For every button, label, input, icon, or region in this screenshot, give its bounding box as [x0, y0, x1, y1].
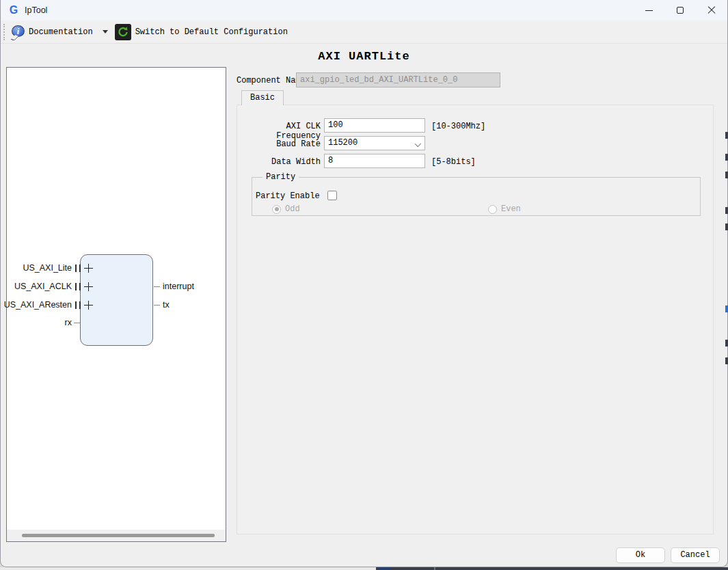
- close-button[interactable]: [696, 0, 727, 21]
- port-pin-icon: [154, 305, 160, 306]
- app-logo-icon: G: [8, 5, 19, 16]
- edge-artifact: [725, 340, 728, 347]
- switch-default-config-button[interactable]: [115, 24, 131, 40]
- toolbar-grip[interactable]: [3, 24, 6, 40]
- port-pin-icon: [74, 264, 81, 272]
- axi-clk-frequency-label: AXI CLK Frequency: [237, 122, 321, 141]
- port-label-us-axi-lite: US_AXI_Lite: [23, 263, 72, 273]
- taskbar-strip: [376, 567, 728, 570]
- desktop-sliver: [0, 567, 728, 570]
- app-window: G IpTool i Documentation Switch to Defau…: [0, 0, 728, 567]
- close-icon: [707, 6, 716, 14]
- port-label-us-axi-aresten: US_AXI_AResten: [4, 300, 72, 310]
- edge-artifact: [725, 172, 728, 178]
- refresh-icon: [117, 26, 129, 38]
- titlebar: G IpTool: [1, 0, 727, 21]
- maximize-icon: [677, 7, 684, 14]
- expand-port-icon[interactable]: [84, 264, 93, 273]
- port-label-interrupt: interrupt: [163, 282, 194, 291]
- minimize-button[interactable]: [633, 0, 664, 21]
- baud-rate-value: 115200: [328, 138, 358, 148]
- block-diagram-panel: US_AXI_Lite US_AXI_ACLK US_AXI_AResten r…: [6, 67, 226, 542]
- toolbar: i Documentation Switch to Default Config…: [1, 21, 727, 44]
- data-width-label: Data Width: [237, 157, 321, 167]
- parity-odd-label: Odd: [285, 204, 300, 214]
- window-controls: [633, 0, 727, 21]
- component-name-label: Component Name: [237, 76, 306, 85]
- port-pin-icon: [74, 283, 81, 290]
- edge-artifact: [725, 223, 728, 230]
- edge-artifact: [725, 132, 728, 139]
- ok-button[interactable]: Ok: [616, 547, 665, 563]
- maximize-button[interactable]: [664, 0, 696, 21]
- port-label-rx: rx: [65, 318, 72, 327]
- diagram-hscrollbar[interactable]: [7, 530, 226, 541]
- parity-even-option[interactable]: Even: [488, 204, 521, 214]
- data-width-input[interactable]: 8: [324, 154, 425, 168]
- port-pin-icon: [74, 323, 80, 323]
- documentation-info-icon[interactable]: i: [12, 25, 25, 38]
- documentation-dropdown-icon[interactable]: [103, 30, 108, 33]
- expand-port-icon[interactable]: [84, 301, 93, 310]
- parity-odd-option[interactable]: Odd: [272, 204, 300, 214]
- taskbar-accent: [378, 567, 391, 570]
- parity-enable-label: Parity Enable: [256, 191, 320, 201]
- port-pin-icon: [74, 301, 81, 309]
- page-title: AXI UARTLite: [1, 50, 727, 63]
- taskbar-separator: [434, 567, 435, 570]
- data-width-hint: [5-8bits]: [431, 157, 476, 167]
- cancel-button[interactable]: Cancel: [671, 547, 720, 563]
- edge-artifact: [725, 357, 728, 364]
- axi-clk-frequency-input[interactable]: 100: [324, 118, 425, 133]
- edge-artifact: [725, 154, 728, 161]
- basic-tab-panel: AXI CLK Frequency 100 [10-300Mhz] Baud R…: [237, 105, 714, 534]
- expand-port-icon[interactable]: [84, 282, 93, 291]
- chevron-down-icon: [415, 141, 421, 147]
- parity-group: Parity Parity Enable Odd Even: [252, 177, 701, 216]
- port-pin-icon: [154, 286, 160, 287]
- window-title: IpTool: [25, 5, 47, 15]
- edge-artifact: [725, 306, 728, 312]
- port-label-tx: tx: [163, 300, 170, 310]
- parity-enable-checkbox[interactable]: [327, 191, 337, 200]
- port-label-us-axi-aclk: US_AXI_ACLK: [14, 282, 72, 291]
- documentation-button[interactable]: Documentation: [29, 27, 93, 37]
- parity-even-label: Even: [501, 204, 521, 214]
- diagram-hscrollbar-thumb[interactable]: [22, 534, 215, 537]
- parity-group-legend: Parity: [262, 172, 299, 182]
- baud-rate-label: Baud Rate: [237, 139, 321, 149]
- parity-odd-radio[interactable]: [272, 205, 281, 214]
- component-name-field: axi_gpio_led_bd_AXI_UARTLite_0_0: [296, 72, 500, 87]
- minimize-icon: [645, 10, 653, 11]
- baud-rate-select[interactable]: 115200: [324, 136, 425, 150]
- edge-artifact: [725, 207, 728, 214]
- switch-default-config-label[interactable]: Switch to Default Configuration: [135, 27, 288, 37]
- axi-clk-frequency-hint: [10-300Mhz]: [431, 122, 485, 131]
- parity-even-radio[interactable]: [488, 205, 497, 214]
- tab-basic[interactable]: Basic: [241, 90, 284, 105]
